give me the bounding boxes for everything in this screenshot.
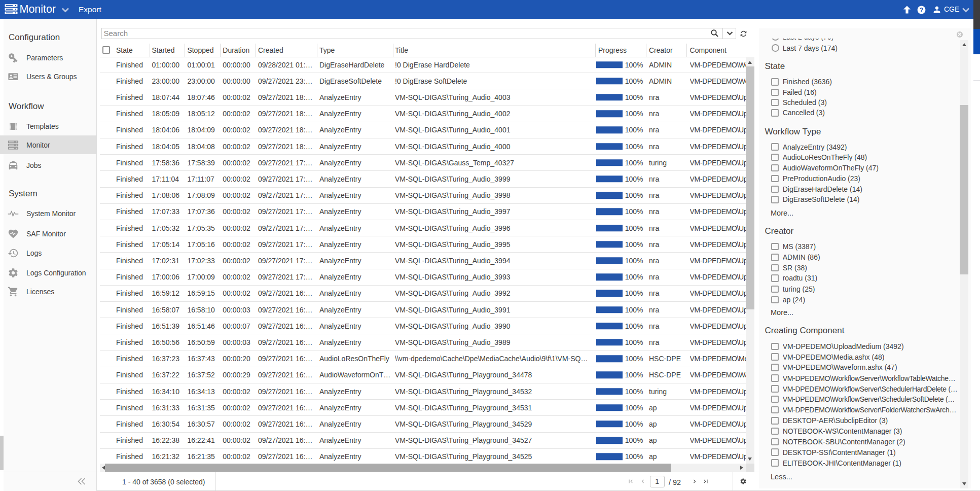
svg-text:?: ? (920, 7, 923, 14)
